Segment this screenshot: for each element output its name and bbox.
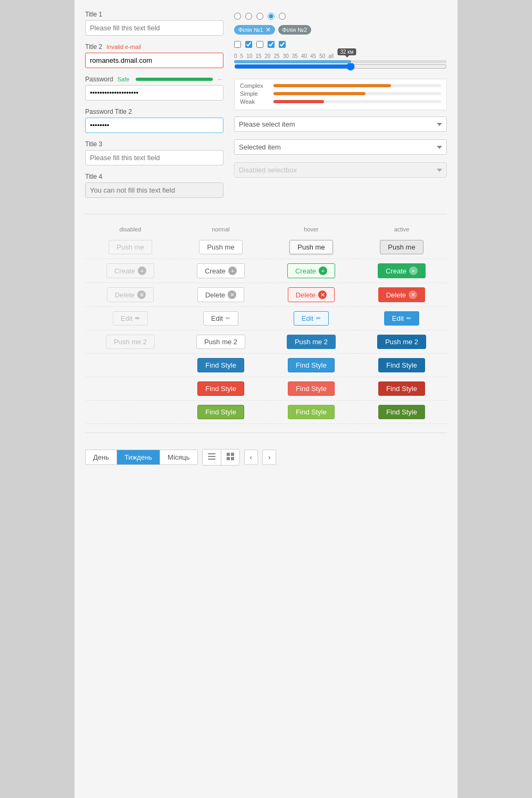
input-title3[interactable] [85, 150, 223, 165]
svg-rect-1 [208, 456, 215, 457]
slider-track: 32 км [234, 60, 447, 63]
radio-1[interactable] [234, 13, 241, 20]
right-column: Філія №1 ✕ Філія №2 0 5 1 [234, 11, 447, 205]
input-password[interactable] [85, 85, 223, 101]
find-style-green-hover[interactable]: Find Style [288, 405, 335, 419]
plus-icon-disabled: + [138, 267, 146, 275]
table-row: Create + Create + Create + Create + [85, 259, 447, 283]
arrow-icon[interactable]: ← [217, 76, 223, 83]
pencil-icon-disabled: ✏ [135, 315, 140, 322]
plus-icon-active: + [409, 267, 418, 275]
checkbox-3[interactable] [256, 41, 263, 48]
strength-label-weak: Weak [240, 98, 269, 105]
strength-fill-weak [273, 100, 324, 103]
push-me2-normal[interactable]: Push me 2 [196, 335, 245, 349]
strength-section: Complex Simple Weak [234, 79, 447, 110]
svg-rect-3 [227, 453, 230, 456]
slider-fill [234, 60, 351, 63]
push-me2-disabled[interactable]: Push me 2 [106, 335, 155, 349]
input-title4 [85, 182, 223, 198]
radio-4[interactable] [268, 13, 275, 20]
edit-disabled[interactable]: Edit ✏ [113, 311, 148, 326]
radio-2[interactable] [245, 13, 252, 20]
tags-row: Філія №1 ✕ Філія №2 [234, 25, 447, 37]
top-section: Title 1 Title 2 Invalid e-mail Password … [85, 11, 447, 205]
find-style-blue-active[interactable]: Find Style [378, 358, 425, 372]
cal-next-button[interactable]: › [262, 450, 276, 465]
checkbox-group [234, 41, 447, 48]
list-view-button[interactable] [203, 450, 221, 465]
create-hover[interactable]: Create + [287, 263, 335, 278]
checkbox-2[interactable] [245, 41, 252, 48]
radio-5[interactable] [279, 13, 286, 20]
cal-week-button[interactable]: Тиждень [117, 450, 160, 464]
strength-row-weak: Weak [240, 98, 441, 105]
find-style-green-normal[interactable]: Find Style [197, 405, 244, 419]
select-2[interactable]: Selected item [234, 139, 447, 155]
checkbox-5[interactable] [279, 41, 286, 48]
delete-disabled[interactable]: Delete ✕ [107, 287, 154, 302]
select-1[interactable]: Please select item [234, 117, 447, 132]
find-style-blue-hover[interactable]: Find Style [288, 358, 335, 372]
input-password2[interactable] [85, 118, 223, 133]
strength-row-simple: Simple [240, 90, 441, 97]
find-style-red-active[interactable]: Find Style [378, 381, 425, 396]
form-group-title2: Title 2 Invalid e-mail [85, 43, 223, 68]
find-style-red-hover[interactable]: Find Style [288, 381, 335, 396]
form-group-password: Password Safe ← [85, 76, 223, 101]
edit-hover[interactable]: Edit ✏ [294, 311, 329, 326]
left-column: Title 1 Title 2 Invalid e-mail Password … [85, 11, 223, 205]
push-me2-hover[interactable]: Push me 2 [287, 335, 336, 349]
find-style-green-active[interactable]: Find Style [378, 405, 425, 419]
table-row: Find Style Find Style Find Style [85, 401, 447, 424]
delete-hover[interactable]: Delete ✕ [288, 287, 335, 302]
edit-normal[interactable]: Edit ✏ [203, 311, 238, 326]
form-group-select3: Disabled selectbox [234, 162, 447, 178]
create-disabled[interactable]: Create + [106, 263, 154, 278]
x-icon-active: ✕ [409, 290, 417, 299]
divider-1 [85, 214, 447, 214]
cal-month-button[interactable]: Місяць [160, 450, 197, 464]
grid-view-button[interactable] [221, 450, 239, 465]
label-password: Password Safe ← [85, 76, 223, 83]
grid-icon [227, 453, 234, 460]
delete-normal[interactable]: Delete ✕ [197, 287, 245, 302]
push-me-active[interactable]: Push me [380, 240, 423, 254]
view-toggle [202, 449, 240, 466]
strength-row-complex: Complex [240, 82, 441, 89]
strength-track-simple [273, 92, 441, 95]
form-group-title1: Title 1 [85, 11, 223, 36]
tag-filia1-close[interactable]: ✕ [265, 26, 271, 34]
slider-input[interactable] [234, 62, 447, 71]
checkbox-4[interactable] [268, 41, 275, 48]
push-me2-active[interactable]: Push me 2 [377, 335, 426, 349]
find-style-red-normal[interactable]: Find Style [197, 381, 244, 396]
col-header-hover: hover [266, 223, 356, 236]
input-title1[interactable] [85, 20, 223, 36]
cal-prev-button[interactable]: ‹ [244, 450, 258, 465]
label-title1: Title 1 [85, 11, 223, 18]
table-row: Push me 2 Push me 2 Push me 2 Push me 2 [85, 330, 447, 354]
cal-day-button[interactable]: День [86, 450, 117, 464]
table-row: Find Style Find Style Find Style [85, 377, 447, 401]
delete-active[interactable]: Delete ✕ [378, 287, 426, 302]
svg-rect-4 [231, 453, 234, 456]
push-me-disabled[interactable]: Push me [109, 240, 152, 254]
slider-tooltip: 32 км [337, 48, 356, 55]
strength-fill-simple [273, 92, 365, 95]
form-group-title3: Title 3 [85, 140, 223, 165]
label-title3: Title 3 [85, 140, 223, 148]
checkbox-1[interactable] [234, 41, 241, 48]
label-title2: Title 2 Invalid e-mail [85, 43, 223, 51]
radio-3[interactable] [256, 13, 263, 20]
create-active[interactable]: Create + [378, 263, 426, 278]
error-label-title2: Invalid e-mail [106, 44, 141, 50]
svg-rect-6 [231, 457, 234, 460]
find-style-blue-normal[interactable]: Find Style [197, 358, 244, 372]
input-title2[interactable] [85, 53, 223, 68]
edit-active[interactable]: Edit ✏ [384, 311, 419, 326]
create-normal[interactable]: Create + [197, 263, 245, 278]
push-me-normal[interactable]: Push me [199, 240, 242, 254]
pencil-icon-active: ✏ [406, 315, 411, 322]
push-me-hover[interactable]: Push me [289, 240, 332, 254]
